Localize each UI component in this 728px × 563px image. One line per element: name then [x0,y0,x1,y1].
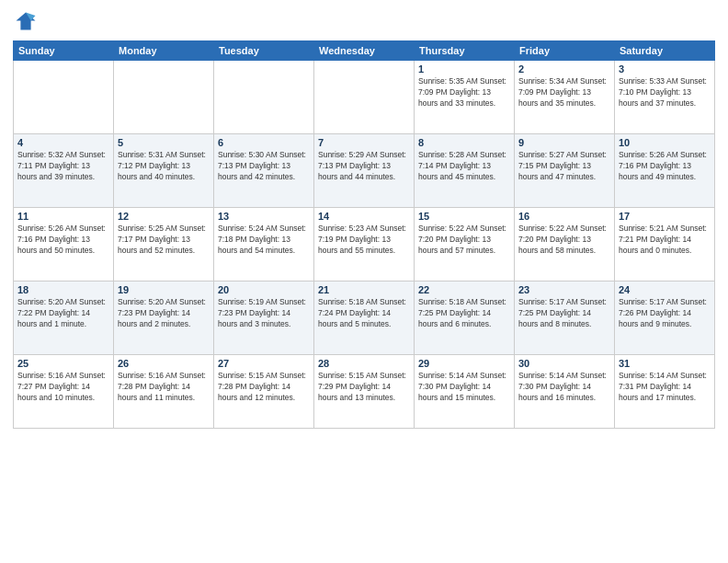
calendar-cell: 26Sunrise: 5:16 AM Sunset: 7:28 PM Dayli… [114,355,214,429]
day-info: Sunrise: 5:14 AM Sunset: 7:30 PM Dayligh… [418,371,510,404]
day-number: 20 [218,284,310,295]
calendar-cell: 3Sunrise: 5:33 AM Sunset: 7:10 PM Daylig… [615,61,715,134]
day-number: 31 [619,358,711,369]
calendar-cell: 2Sunrise: 5:34 AM Sunset: 7:09 PM Daylig… [515,61,615,134]
calendar-cell: 10Sunrise: 5:26 AM Sunset: 7:16 PM Dayli… [615,134,715,208]
day-number: 12 [118,211,210,222]
day-number: 8 [418,137,510,148]
logo [13,9,42,35]
day-number: 2 [518,63,610,75]
calendar-week-row: 4Sunrise: 5:32 AM Sunset: 7:11 PM Daylig… [14,134,715,208]
calendar-week-row: 25Sunrise: 5:16 AM Sunset: 7:27 PM Dayli… [14,355,715,429]
day-info: Sunrise: 5:14 AM Sunset: 7:31 PM Dayligh… [619,371,711,404]
calendar-cell: 16Sunrise: 5:22 AM Sunset: 7:20 PM Dayli… [515,208,615,282]
weekday-header: Thursday [415,41,515,61]
calendar-cell: 11Sunrise: 5:26 AM Sunset: 7:16 PM Dayli… [14,208,114,282]
day-info: Sunrise: 5:20 AM Sunset: 7:23 PM Dayligh… [118,297,210,330]
day-info: Sunrise: 5:34 AM Sunset: 7:09 PM Dayligh… [518,76,610,109]
day-info: Sunrise: 5:14 AM Sunset: 7:30 PM Dayligh… [518,371,610,404]
day-number: 7 [318,137,410,148]
day-info: Sunrise: 5:17 AM Sunset: 7:25 PM Dayligh… [518,297,610,330]
day-info: Sunrise: 5:24 AM Sunset: 7:18 PM Dayligh… [218,224,310,257]
calendar-cell: 13Sunrise: 5:24 AM Sunset: 7:18 PM Dayli… [214,208,314,282]
day-number: 1 [418,63,510,75]
weekday-header: Monday [114,41,214,61]
calendar-cell: 15Sunrise: 5:22 AM Sunset: 7:20 PM Dayli… [415,208,515,282]
calendar-cell: 30Sunrise: 5:14 AM Sunset: 7:30 PM Dayli… [515,355,615,429]
day-number: 27 [218,358,310,369]
day-number: 10 [619,137,711,148]
calendar-week-row: 18Sunrise: 5:20 AM Sunset: 7:22 PM Dayli… [14,282,715,355]
calendar-table: SundayMondayTuesdayWednesdayThursdayFrid… [13,40,715,429]
day-info: Sunrise: 5:15 AM Sunset: 7:29 PM Dayligh… [318,371,410,404]
day-info: Sunrise: 5:33 AM Sunset: 7:10 PM Dayligh… [619,76,711,109]
calendar-cell [214,61,314,134]
day-number: 21 [318,284,410,295]
day-number: 13 [218,211,310,222]
day-number: 19 [118,284,210,295]
calendar-cell: 19Sunrise: 5:20 AM Sunset: 7:23 PM Dayli… [114,282,214,355]
day-number: 6 [218,137,310,148]
calendar-cell: 12Sunrise: 5:25 AM Sunset: 7:17 PM Dayli… [114,208,214,282]
calendar-cell [114,61,214,134]
day-info: Sunrise: 5:23 AM Sunset: 7:19 PM Dayligh… [318,224,410,257]
day-number: 3 [619,63,711,75]
weekday-header: Wednesday [314,41,415,61]
calendar-cell: 5Sunrise: 5:31 AM Sunset: 7:12 PM Daylig… [114,134,214,208]
page: SundayMondayTuesdayWednesdayThursdayFrid… [0,0,728,563]
day-number: 25 [17,358,109,369]
calendar-cell: 31Sunrise: 5:14 AM Sunset: 7:31 PM Dayli… [615,355,715,429]
day-number: 22 [418,284,510,295]
day-number: 17 [619,211,711,222]
day-number: 15 [418,211,510,222]
calendar-week-row: 11Sunrise: 5:26 AM Sunset: 7:16 PM Dayli… [14,208,715,282]
calendar-cell: 23Sunrise: 5:17 AM Sunset: 7:25 PM Dayli… [515,282,615,355]
day-info: Sunrise: 5:27 AM Sunset: 7:15 PM Dayligh… [518,150,610,183]
day-number: 30 [518,358,610,369]
calendar-cell: 4Sunrise: 5:32 AM Sunset: 7:11 PM Daylig… [14,134,114,208]
calendar-cell [314,61,415,134]
day-number: 26 [118,358,210,369]
calendar-header-row: SundayMondayTuesdayWednesdayThursdayFrid… [14,41,715,61]
day-number: 16 [518,211,610,222]
calendar-cell: 14Sunrise: 5:23 AM Sunset: 7:19 PM Dayli… [314,208,415,282]
weekday-header: Friday [515,41,615,61]
calendar-cell: 22Sunrise: 5:18 AM Sunset: 7:25 PM Dayli… [415,282,515,355]
logo-icon [13,9,39,35]
calendar-cell: 20Sunrise: 5:19 AM Sunset: 7:23 PM Dayli… [214,282,314,355]
weekday-header: Tuesday [214,41,314,61]
day-info: Sunrise: 5:15 AM Sunset: 7:28 PM Dayligh… [218,371,310,404]
calendar-cell: 18Sunrise: 5:20 AM Sunset: 7:22 PM Dayli… [14,282,114,355]
day-info: Sunrise: 5:20 AM Sunset: 7:22 PM Dayligh… [17,297,109,330]
day-number: 11 [17,211,109,222]
day-number: 23 [518,284,610,295]
day-info: Sunrise: 5:16 AM Sunset: 7:27 PM Dayligh… [17,371,109,404]
calendar-cell: 21Sunrise: 5:18 AM Sunset: 7:24 PM Dayli… [314,282,415,355]
day-info: Sunrise: 5:22 AM Sunset: 7:20 PM Dayligh… [518,224,610,257]
calendar-week-row: 1Sunrise: 5:35 AM Sunset: 7:09 PM Daylig… [14,61,715,134]
day-info: Sunrise: 5:18 AM Sunset: 7:24 PM Dayligh… [318,297,410,330]
calendar-cell: 24Sunrise: 5:17 AM Sunset: 7:26 PM Dayli… [615,282,715,355]
day-info: Sunrise: 5:22 AM Sunset: 7:20 PM Dayligh… [418,224,510,257]
day-info: Sunrise: 5:25 AM Sunset: 7:17 PM Dayligh… [118,224,210,257]
calendar-cell: 8Sunrise: 5:28 AM Sunset: 7:14 PM Daylig… [415,134,515,208]
calendar-cell: 17Sunrise: 5:21 AM Sunset: 7:21 PM Dayli… [615,208,715,282]
day-number: 24 [619,284,711,295]
calendar-cell: 25Sunrise: 5:16 AM Sunset: 7:27 PM Dayli… [14,355,114,429]
day-number: 29 [418,358,510,369]
day-number: 18 [17,284,109,295]
calendar-cell: 1Sunrise: 5:35 AM Sunset: 7:09 PM Daylig… [415,61,515,134]
day-info: Sunrise: 5:26 AM Sunset: 7:16 PM Dayligh… [17,224,109,257]
weekday-header: Saturday [615,41,715,61]
day-info: Sunrise: 5:18 AM Sunset: 7:25 PM Dayligh… [418,297,510,330]
calendar-cell [14,61,114,134]
calendar-cell: 9Sunrise: 5:27 AM Sunset: 7:15 PM Daylig… [515,134,615,208]
day-info: Sunrise: 5:19 AM Sunset: 7:23 PM Dayligh… [218,297,310,330]
day-info: Sunrise: 5:28 AM Sunset: 7:14 PM Dayligh… [418,150,510,183]
day-info: Sunrise: 5:35 AM Sunset: 7:09 PM Dayligh… [418,76,510,109]
day-info: Sunrise: 5:31 AM Sunset: 7:12 PM Dayligh… [118,150,210,183]
day-info: Sunrise: 5:29 AM Sunset: 7:13 PM Dayligh… [318,150,410,183]
day-number: 4 [17,137,109,148]
header [13,9,715,35]
calendar-cell: 27Sunrise: 5:15 AM Sunset: 7:28 PM Dayli… [214,355,314,429]
